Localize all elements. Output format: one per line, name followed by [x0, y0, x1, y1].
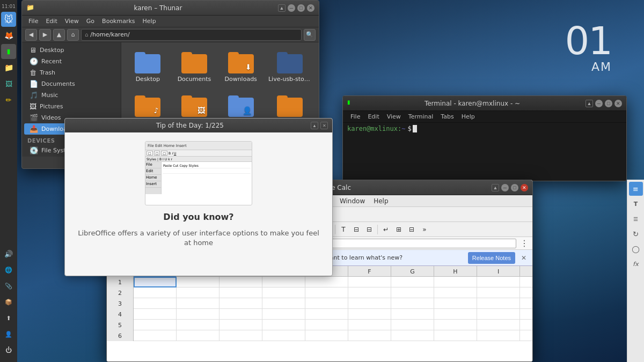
taskbar-item-network[interactable]: 🌐 [1, 262, 16, 277]
cell-D5[interactable] [262, 320, 305, 330]
col-header-H[interactable]: H [434, 266, 477, 277]
sidebar-item-pictures[interactable]: 🖼 Pictures [24, 101, 119, 112]
calc-btn-close[interactable]: ✕ [521, 184, 528, 191]
file-documents[interactable]: Documents [173, 48, 216, 87]
cell-I1[interactable] [477, 277, 520, 287]
wrap-btn[interactable]: ↵ [380, 224, 392, 235]
cell-F2[interactable] [348, 287, 391, 298]
terminal-menu-help[interactable]: Help [458, 112, 478, 121]
border-btn[interactable]: ⊟ [363, 224, 375, 235]
taskbar-item-power[interactable]: ⏻ [1, 343, 16, 358]
thunar-menu-view[interactable]: View [62, 17, 82, 26]
cell-G3[interactable] [391, 298, 434, 309]
cell-H5[interactable] [434, 320, 477, 330]
cell-B4[interactable] [177, 309, 219, 320]
file-downloads[interactable]: ⬇ Downloads [219, 48, 262, 87]
tip-up-btn[interactable]: ▲ [311, 122, 318, 129]
cell-H4[interactable] [434, 309, 477, 320]
calc-btn-min[interactable]: ─ [501, 184, 509, 191]
taskbar-item-box[interactable]: 📦 [1, 294, 16, 309]
cell-I5[interactable] [477, 320, 520, 330]
cell-F1[interactable] [348, 277, 391, 287]
taskbar-item-volume[interactable]: 🔊 [1, 246, 16, 261]
cell-A4[interactable] [134, 309, 177, 320]
notification-close-btn[interactable]: ✕ [519, 254, 528, 262]
terminal-body[interactable]: karen @ mxlinux : ~ $ [343, 123, 626, 181]
sidebar-item-recent[interactable]: 🕐 Recent [24, 56, 119, 67]
thunar-menu-edit[interactable]: Edit [42, 17, 60, 26]
taskbar-item-app5[interactable]: 🖼 [1, 76, 16, 91]
terminal-menu-tabs[interactable]: Tabs [437, 112, 457, 121]
col-header-J[interactable]: J [520, 266, 532, 277]
terminal-btn-close[interactable]: ✕ [614, 100, 622, 107]
taskbar-item-upload[interactable]: ⬆ [1, 311, 16, 326]
cell-C3[interactable] [219, 298, 262, 309]
valign-mid-btn[interactable]: ⊟ [350, 224, 362, 235]
calc-menu-window[interactable]: Window [335, 196, 369, 206]
taskbar-item-firefox[interactable]: 🦊 [1, 28, 16, 43]
thunar-menu-go[interactable]: Go [83, 17, 98, 26]
file-desktop[interactable]: Desktop [127, 48, 169, 87]
cell-F3[interactable] [348, 298, 391, 309]
taskbar-item-files[interactable]: 📁 [1, 60, 16, 75]
cell-D1[interactable] [262, 277, 305, 287]
merge2-btn[interactable]: ⊟ [406, 224, 418, 235]
thunar-forward-btn[interactable]: ▶ [39, 29, 51, 41]
thunar-menu-bookmarks[interactable]: Bookmarks [99, 17, 138, 26]
file-live-usb[interactable]: Live-usb-storage [266, 48, 313, 87]
calc-btn-max[interactable]: □ [511, 184, 518, 191]
cell-G2[interactable] [391, 287, 434, 298]
cell-F5[interactable] [348, 320, 391, 330]
cell-D2[interactable] [262, 287, 305, 298]
cell-I4[interactable] [477, 309, 520, 320]
cell-J5[interactable] [520, 320, 532, 330]
terminal-btn-up[interactable]: ▲ [586, 100, 593, 107]
cell-A1[interactable] [134, 277, 177, 287]
cell-H3[interactable] [434, 298, 477, 309]
cell-C5[interactable] [219, 320, 262, 330]
terminal-btn-min[interactable]: ─ [595, 100, 603, 107]
calc-menu-help[interactable]: Help [369, 196, 392, 206]
cell-E5[interactable] [305, 320, 348, 330]
cell-B5[interactable] [177, 320, 219, 330]
col-header-I[interactable]: I [477, 266, 520, 277]
sidebar-item-trash[interactable]: 🗑 Trash [24, 67, 119, 78]
taskbar-item-xfce[interactable]: 🐭 [1, 12, 16, 27]
rotate-panel-btn[interactable]: ↻ [629, 227, 643, 241]
taskbar-item-user[interactable]: 👤 [1, 327, 16, 342]
cell-B1[interactable] [177, 277, 219, 287]
formula-more-btn[interactable]: ⋮ [518, 239, 530, 248]
cell-G4[interactable] [391, 309, 434, 320]
terminal-menu-file[interactable]: File [347, 112, 363, 121]
cell-H6[interactable] [434, 330, 477, 341]
cell-A2[interactable] [134, 287, 177, 298]
calc-btn-up[interactable]: ▲ [492, 184, 499, 191]
thunar-home-btn[interactable]: ⌂ [67, 29, 79, 41]
col-header-G[interactable]: G [391, 266, 434, 277]
cell-J2[interactable] [520, 287, 532, 298]
navigator-panel-btn[interactable]: T [629, 197, 643, 211]
cell-J1[interactable] [520, 277, 532, 287]
cell-F4[interactable] [348, 309, 391, 320]
col-header-F[interactable]: F [348, 266, 391, 277]
taskbar-item-paperclip[interactable]: 📎 [1, 278, 16, 293]
cell-H1[interactable] [434, 277, 477, 287]
cell-E4[interactable] [305, 309, 348, 320]
cell-D4[interactable] [262, 309, 305, 320]
cell-A3[interactable] [134, 298, 177, 309]
more2-btn[interactable]: » [419, 224, 430, 235]
thunar-menu-help[interactable]: Help [140, 17, 159, 26]
sidebar-item-desktop[interactable]: 🖥 Desktop [24, 45, 119, 56]
cell-E3[interactable] [305, 298, 348, 309]
cell-A5[interactable] [134, 320, 177, 330]
terminal-menu-view[interactable]: View [384, 112, 404, 121]
thunar-btn-min[interactable]: ─ [288, 4, 295, 12]
cell-B6[interactable] [177, 330, 219, 341]
thunar-btn-max[interactable]: □ [297, 4, 305, 12]
properties-panel-btn[interactable]: ☰ [629, 212, 643, 226]
cell-G5[interactable] [391, 320, 434, 330]
thunar-btn-up[interactable]: ▲ [278, 4, 286, 12]
sidebar-item-documents[interactable]: 📄 Documents [24, 78, 119, 90]
cell-B3[interactable] [177, 298, 219, 309]
taskbar-item-terminal[interactable]: ▮ [1, 44, 16, 59]
